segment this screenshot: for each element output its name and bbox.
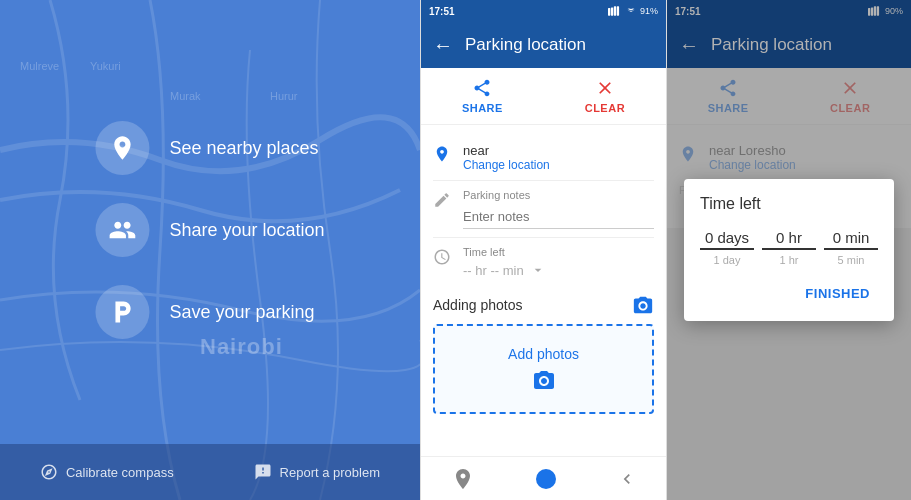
photos-header: Adding photos	[433, 294, 654, 316]
report-label: Report a problem	[280, 465, 380, 480]
svg-rect-3	[617, 6, 619, 15]
option-nearby[interactable]: See nearby places	[95, 121, 318, 175]
time-row: Time left -- hr -- min	[421, 238, 666, 286]
map-panel: Mulreve Yukuri Murak Hurur Nairobi See n…	[0, 0, 420, 500]
status-bar-panel2: 17:51 91%	[421, 0, 666, 22]
clear-label-panel2: CLEAR	[585, 102, 625, 114]
change-location-link[interactable]: Change location	[463, 158, 654, 172]
time-content: Time left -- hr -- min	[463, 246, 654, 278]
header-title-panel2: Parking location	[465, 35, 586, 55]
days-value: 0 days	[700, 229, 754, 250]
share-button-panel2[interactable]: SHARE	[462, 78, 503, 114]
status-icons-panel2: 91%	[608, 6, 658, 16]
option-icon-parking	[95, 285, 149, 339]
share-label-panel2: SHARE	[462, 102, 503, 114]
option-share-location[interactable]: Share your location	[95, 203, 324, 257]
minutes-value: 0 min	[824, 229, 878, 250]
time-pickers: 0 days 1 day 0 hr 1 hr 0 min 5 min	[700, 229, 878, 266]
clear-button-panel2[interactable]: CLEAR	[585, 78, 625, 114]
photos-section: Adding photos Add photos	[421, 286, 666, 422]
notes-content: Parking notes	[463, 189, 654, 229]
nav-bar-panel2	[421, 456, 666, 500]
map-label-murak: Murak	[170, 90, 201, 102]
notes-icon	[433, 191, 453, 213]
add-photos-label: Add photos	[508, 346, 579, 362]
bottom-bar: Calibrate compass Report a problem	[0, 444, 420, 500]
calibrate-label: Calibrate compass	[66, 465, 174, 480]
minutes-sub: 5 min	[838, 254, 865, 266]
days-sub: 1 day	[714, 254, 741, 266]
option-label-nearby: See nearby places	[169, 138, 318, 159]
option-icon-nearby	[95, 121, 149, 175]
hours-sub: 1 hr	[780, 254, 799, 266]
option-icon-share-location	[95, 203, 149, 257]
svg-point-4	[536, 469, 556, 489]
map-label-mulreve: Mulreve	[20, 60, 59, 72]
dialog-actions: FINISHED	[700, 282, 878, 305]
hours-picker[interactable]: 0 hr 1 hr	[762, 229, 816, 266]
svg-rect-2	[614, 6, 616, 15]
time-panel2: 17:51	[429, 6, 455, 17]
location-row: near Change location	[421, 135, 666, 180]
time-label: Time left	[463, 246, 654, 258]
hours-value: 0 hr	[762, 229, 816, 250]
notes-input[interactable]	[463, 205, 654, 229]
header-panel2: ← Parking location	[421, 22, 666, 68]
photos-title: Adding photos	[433, 297, 523, 313]
time-value: -- hr -- min	[463, 263, 524, 278]
map-label-hurur: Hurur	[270, 90, 298, 102]
report-problem-btn[interactable]: Report a problem	[254, 463, 380, 481]
minutes-picker[interactable]: 0 min 5 min	[824, 229, 878, 266]
form-body-panel2: near Change location Parking notes Time …	[421, 125, 666, 456]
finished-button[interactable]: FINISHED	[797, 282, 878, 305]
time-dialog: Time left 0 days 1 day 0 hr 1 hr 0 min 5…	[684, 179, 894, 321]
calibrate-compass-btn[interactable]: Calibrate compass	[40, 463, 174, 481]
options-list: See nearby places Share your location Sa…	[95, 121, 324, 339]
map-label-yukuri: Yukuri	[90, 60, 121, 72]
location-near-text: near	[463, 143, 654, 158]
option-save-parking[interactable]: Save your parking	[95, 285, 314, 339]
modal-overlay: Time left 0 days 1 day 0 hr 1 hr 0 min 5…	[667, 0, 911, 500]
days-picker[interactable]: 0 days 1 day	[700, 229, 754, 266]
location-content: near Change location	[463, 143, 654, 172]
dialog-title: Time left	[700, 195, 878, 213]
notes-label: Parking notes	[463, 189, 654, 201]
time-display-row: -- hr -- min	[463, 262, 654, 278]
option-label-parking: Save your parking	[169, 302, 314, 323]
time-icon	[433, 248, 453, 270]
add-photos-area[interactable]: Add photos	[433, 324, 654, 414]
back-button-panel2[interactable]: ←	[433, 35, 453, 55]
parking-dialog-panel: 17:51 90% ← Parking location SHARE CLEAR…	[666, 0, 911, 500]
svg-rect-0	[608, 8, 610, 16]
battery-panel2: 91%	[640, 6, 658, 16]
svg-rect-1	[611, 8, 613, 16]
notes-row: Parking notes	[421, 181, 666, 237]
location-icon	[433, 145, 453, 167]
parking-form-panel: 17:51 91% ← Parking location SHARE CLEAR…	[420, 0, 666, 500]
option-label-share-location: Share your location	[169, 220, 324, 241]
action-bar-panel2: SHARE CLEAR	[421, 68, 666, 125]
